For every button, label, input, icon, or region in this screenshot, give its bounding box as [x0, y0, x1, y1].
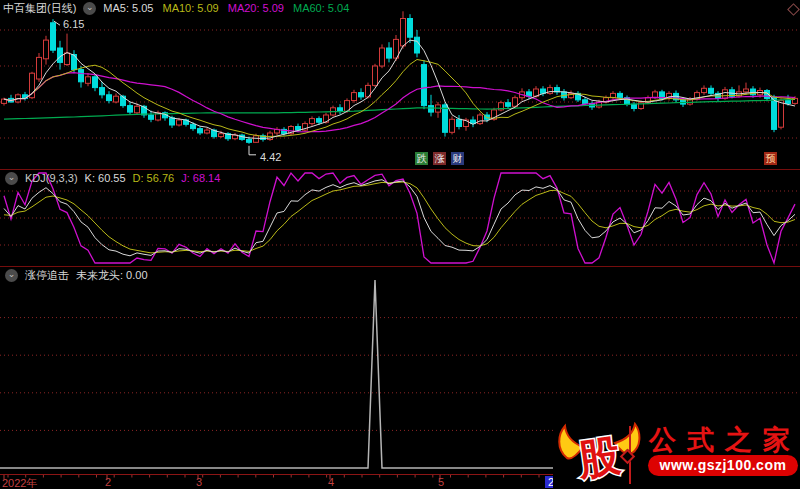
- axis-month-label: 2022年: [2, 476, 37, 489]
- ma-label: MA5: 5.05: [103, 2, 153, 15]
- axis-month-label: 3: [196, 476, 202, 488]
- news-badge[interactable]: 预: [764, 152, 777, 165]
- news-badge[interactable]: 涨: [433, 152, 446, 165]
- news-badge[interactable]: 财: [451, 152, 464, 165]
- collapse-chevron-icon[interactable]: [5, 269, 18, 282]
- ma-indicator-labels: MA5: 5.05MA10: 5.09MA20: 5.09MA60: 5.04: [103, 2, 349, 15]
- ma-label: MA60: 5.04: [293, 2, 349, 15]
- collapse-chevron-icon[interactable]: [83, 2, 96, 15]
- signal-title: 涨停追击: [25, 269, 69, 282]
- kdj-k-value: K: 60.55: [85, 172, 126, 185]
- gszj-logo: 股 公式之家 www.gszj100.com: [553, 418, 800, 489]
- signal-panel-header: 涨停追击 未来龙头: 0.00: [5, 269, 148, 282]
- brand-url: www.gszj100.com: [648, 455, 798, 476]
- axis-month-label: 5: [438, 476, 444, 488]
- trading-app-window: 6.154.42 中百集团(日线) MA5: 5.05MA10: 5.09MA2…: [0, 0, 800, 489]
- collapse-chevron-icon[interactable]: [5, 172, 18, 185]
- ma-label: MA10: 5.09: [162, 2, 218, 15]
- main-chart-header: 中百集团(日线) MA5: 5.05MA10: 5.09MA20: 5.09MA…: [3, 2, 349, 15]
- news-badge[interactable]: 跌: [415, 152, 428, 165]
- chart-canvas[interactable]: 6.154.42: [0, 0, 800, 489]
- kdj-d-value: D: 56.76: [133, 172, 175, 185]
- stock-title: 中百集团(日线): [3, 2, 76, 15]
- signal-value: 未来龙头: 0.00: [76, 269, 148, 282]
- svg-text:4.42: 4.42: [260, 151, 281, 163]
- axis-month-label: 4: [328, 476, 334, 488]
- brand-name: 公式之家: [649, 422, 800, 458]
- axis-month-label: 2: [105, 476, 111, 488]
- kdj-title: KDJ(9,3,3): [25, 172, 78, 185]
- kdj-panel-header: KDJ(9,3,3) K: 60.55 D: 56.76 J: 68.14: [5, 172, 220, 185]
- kdj-j-value: J: 68.14: [181, 172, 220, 185]
- ma-label: MA20: 5.09: [228, 2, 284, 15]
- svg-text:6.15: 6.15: [63, 18, 84, 30]
- bull-character: 股: [574, 432, 624, 484]
